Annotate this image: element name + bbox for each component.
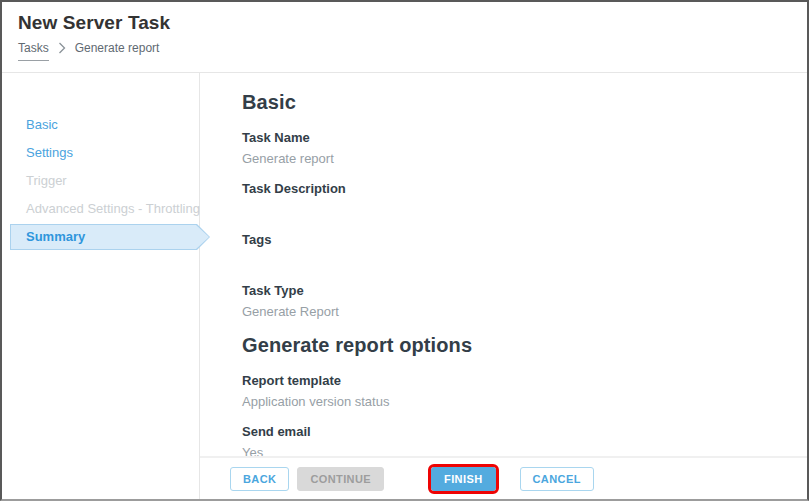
field-task-name: Task Name Generate report (242, 130, 787, 167)
sidebar-item-basic[interactable]: Basic (2, 111, 199, 139)
field-label: Task Name (242, 130, 787, 145)
section-generate-report-options: Generate report options Report template … (242, 334, 787, 456)
field-send-email: Send email Yes (242, 424, 787, 456)
field-label: Tags (242, 232, 787, 247)
field-label: Send email (242, 424, 787, 439)
breadcrumb-tasks-link[interactable]: Tasks (18, 41, 49, 61)
sidebar-item-summary[interactable]: Summary (10, 224, 210, 250)
field-value (242, 202, 787, 218)
section-heading: Generate report options (242, 334, 787, 357)
new-server-task-dialog: New Server Task Tasks Generate report Ba… (0, 0, 809, 501)
wizard-button-bar: BACK CONTINUE FINISH CANCEL (200, 456, 807, 499)
sidebar-item-label: Summary (26, 229, 85, 244)
breadcrumb-current: Generate report (75, 41, 160, 55)
field-task-description: Task Description (242, 181, 787, 218)
field-value: Generate report (242, 151, 787, 167)
finish-button[interactable]: FINISH (431, 467, 495, 491)
field-label: Task Description (242, 181, 787, 196)
field-value (242, 253, 787, 269)
dialog-header: New Server Task Tasks Generate report (2, 2, 807, 73)
field-task-type: Task Type Generate Report (242, 283, 787, 320)
sidebar-item-settings[interactable]: Settings (2, 139, 199, 167)
sidebar-item-trigger: Trigger (2, 167, 199, 195)
chevron-right-icon (58, 41, 66, 54)
field-label: Report template (242, 373, 787, 388)
back-button[interactable]: BACK (230, 467, 289, 491)
sidebar-item-advanced-settings-throttling: Advanced Settings - Throttling (2, 195, 199, 223)
section-heading: Basic (242, 91, 787, 114)
field-report-template: Report template Application version stat… (242, 373, 787, 410)
section-basic: Basic Task Name Generate report Task Des… (242, 91, 787, 320)
breadcrumb: Tasks Generate report (18, 41, 791, 61)
summary-panel: Basic Task Name Generate report Task Des… (200, 73, 807, 456)
page-title: New Server Task (18, 12, 791, 34)
field-value: Yes (242, 445, 787, 456)
wizard-step-sidebar: Basic Settings Trigger Advanced Settings… (2, 73, 200, 499)
cancel-button[interactable]: CANCEL (520, 467, 594, 491)
field-tags: Tags (242, 232, 787, 269)
field-value: Generate Report (242, 304, 787, 320)
continue-button[interactable]: CONTINUE (297, 467, 384, 491)
field-value: Application version status (242, 394, 787, 410)
field-label: Task Type (242, 283, 787, 298)
